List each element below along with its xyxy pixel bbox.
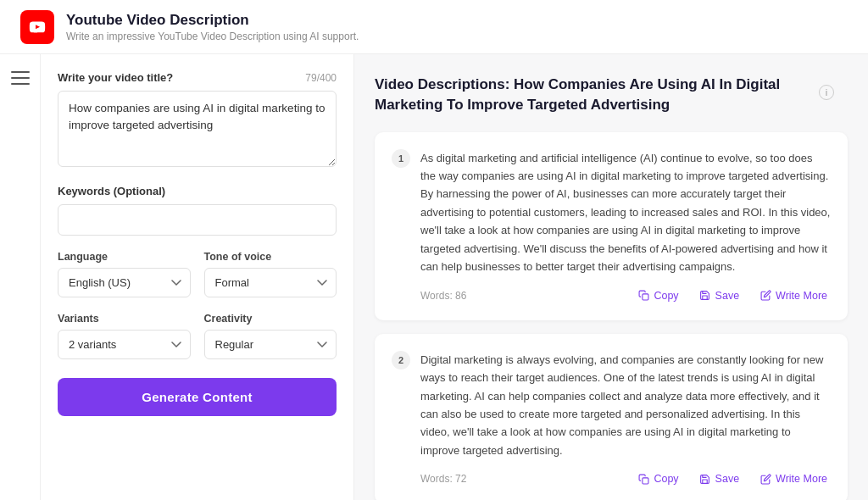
keywords-group: Keywords (Optional) General (58, 185, 337, 236)
write-more-label-1: Write More (776, 290, 827, 302)
variants-creativity-row: Variants 1 variant 2 variants 3 variants… (58, 313, 337, 359)
char-count: 79/400 (305, 72, 337, 84)
write-more-button-1[interactable]: Write More (756, 288, 831, 303)
word-count-1: Words: 86 (420, 290, 466, 302)
card-footer-2: Words: 72 Copy Save (420, 471, 831, 486)
app-title: Youtube Video Description (66, 12, 359, 29)
result-title: Video Descriptions: How Companies Are Us… (375, 75, 848, 115)
copy-label-1: Copy (654, 290, 678, 302)
sidebar-toggle[interactable] (0, 54, 41, 500)
variants-label: Variants (58, 313, 191, 325)
header-text: Youtube Video Description Write an impre… (66, 12, 359, 42)
title-input[interactable]: How companies are using AI in digital ma… (58, 91, 337, 167)
creativity-select[interactable]: Regular Creative Very Creative (204, 330, 337, 359)
write-more-icon-1 (760, 290, 771, 302)
save-button-1[interactable]: Save (696, 288, 743, 303)
results-container: i Video Descriptions: How Companies Are … (375, 75, 848, 500)
app-logo (20, 10, 54, 44)
variants-select[interactable]: 1 variant 2 variants 3 variants (58, 330, 191, 359)
youtube-icon (28, 18, 47, 36)
card-actions-1: Copy Save Write More (634, 288, 831, 303)
write-more-icon-2 (760, 473, 771, 485)
svg-rect-1 (643, 478, 648, 484)
card-content-2: Digital marketing is always evolving, an… (420, 351, 831, 460)
right-panel: i Video Descriptions: How Companies Are … (354, 54, 868, 500)
card-actions-2: Copy Save Write More (634, 471, 831, 486)
hamburger-line-3 (11, 83, 30, 85)
app-subtitle: Write an impressive YouTube Video Descri… (66, 31, 359, 42)
info-icon[interactable]: i (819, 85, 834, 100)
save-icon-1 (699, 290, 711, 302)
language-group: Language English (US) English (UK) Frenc… (58, 251, 191, 297)
keywords-input[interactable]: General (58, 204, 337, 236)
result-card-2: 2 Digital marketing is always evolving, … (375, 334, 848, 500)
language-tone-row: Language English (US) English (UK) Frenc… (58, 251, 337, 297)
tone-label: Tone of voice (204, 251, 337, 263)
copy-icon-2 (637, 473, 649, 485)
card-number-1: 1 (392, 149, 410, 168)
copy-button-2[interactable]: Copy (634, 471, 682, 486)
write-more-button-2[interactable]: Write More (756, 471, 831, 486)
variants-group: Variants 1 variant 2 variants 3 variants (58, 313, 191, 359)
save-label-1: Save (715, 290, 740, 302)
tone-select[interactable]: Formal Casual Informative Funny Professi… (204, 268, 337, 297)
write-more-label-2: Write More (776, 473, 827, 485)
header: Youtube Video Description Write an impre… (0, 0, 868, 54)
title-label: Write your video title? (58, 71, 173, 84)
copy-button-1[interactable]: Copy (634, 288, 682, 303)
tone-group: Tone of voice Formal Casual Informative … (204, 251, 337, 297)
creativity-label: Creativity (204, 313, 337, 325)
svg-rect-0 (643, 294, 648, 300)
card-footer-1: Words: 86 Copy Save (420, 288, 831, 303)
result-card-1: 1 As digital marketing and artificial in… (375, 132, 848, 320)
generate-button[interactable]: Generate Content (58, 378, 337, 416)
keywords-label: Keywords (Optional) (58, 185, 337, 197)
hamburger-line-1 (11, 71, 30, 73)
card-content-1: As digital marketing and artificial inte… (420, 149, 831, 276)
save-button-2[interactable]: Save (696, 471, 743, 486)
card-number-2: 2 (392, 351, 410, 369)
save-icon-2 (699, 473, 711, 485)
hamburger-icon[interactable] (11, 71, 30, 85)
copy-label-2: Copy (654, 473, 678, 485)
main-layout: Write your video title? 79/400 How compa… (0, 54, 868, 500)
left-panel: Write your video title? 79/400 How compa… (41, 54, 354, 500)
title-group: Write your video title? 79/400 How compa… (58, 71, 337, 169)
save-label-2: Save (715, 473, 740, 485)
language-label: Language (58, 251, 191, 263)
title-label-row: Write your video title? 79/400 (58, 71, 337, 84)
language-select[interactable]: English (US) English (UK) French Spanish… (58, 268, 191, 297)
word-count-2: Words: 72 (420, 473, 466, 485)
hamburger-line-2 (11, 77, 30, 79)
creativity-group: Creativity Regular Creative Very Creativ… (204, 313, 337, 359)
copy-icon-1 (637, 290, 649, 302)
